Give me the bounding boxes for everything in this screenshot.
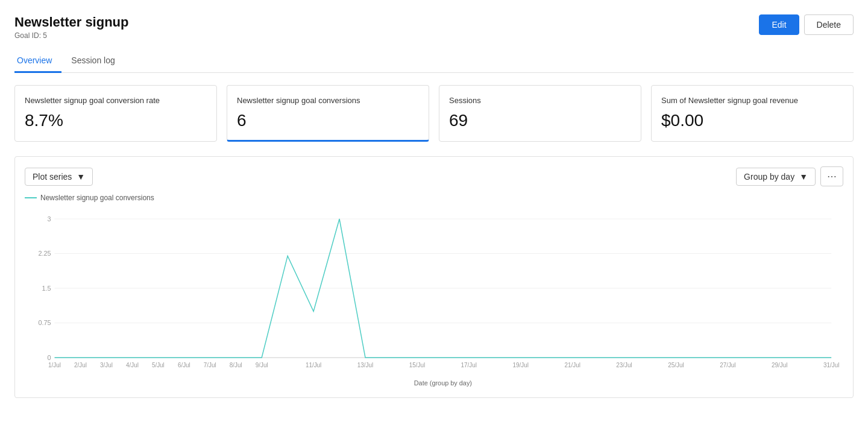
chart-controls: Plot series ▼ Group by day ▼ ⋯ [25,166,843,186]
group-by-chevron-icon: ▼ [799,172,808,182]
header-actions: Edit Delete [759,14,854,35]
plot-series-chevron-icon: ▼ [77,172,85,182]
svg-text:17/Jul: 17/Jul [461,362,477,368]
svg-text:3: 3 [48,215,51,223]
svg-text:6/Jul: 6/Jul [178,362,190,368]
tab-session-log[interactable]: Session log [69,49,124,73]
metric-conversions-value: 6 [237,111,419,130]
tab-nav: Overview Session log [14,49,854,73]
svg-text:3/Jul: 3/Jul [100,362,113,368]
edit-button[interactable]: Edit [759,14,799,35]
metric-revenue: Sum of Newsletter signup goal revenue $0… [651,85,854,142]
svg-text:23/Jul: 23/Jul [616,362,632,368]
legend-label: Newsletter signup goal conversions [40,194,154,202]
metric-sessions-value: 69 [449,111,631,130]
svg-text:27/Jul: 27/Jul [720,362,735,368]
chart-right-controls: Group by day ▼ ⋯ [736,166,843,186]
svg-text:13/Jul: 13/Jul [357,362,373,368]
svg-text:5/Jul: 5/Jul [152,362,165,368]
svg-text:11/Jul: 11/Jul [306,362,321,368]
svg-text:2/Jul: 2/Jul [74,362,87,368]
svg-text:0: 0 [48,354,51,361]
svg-text:31/Jul: 31/Jul [823,362,839,368]
metric-revenue-value: $0.00 [661,111,843,130]
chart-section: Plot series ▼ Group by day ▼ ⋯ Newslette… [14,156,854,398]
svg-text:15/Jul: 15/Jul [409,362,425,368]
metric-sessions-label: Sessions [449,95,631,106]
more-options-icon: ⋯ [827,171,837,182]
plot-series-dropdown[interactable]: Plot series ▼ [25,168,93,186]
metric-conversions-label: Newsletter signup goal conversions [237,95,419,106]
svg-text:7/Jul: 7/Jul [204,362,216,368]
chart-legend: Newsletter signup goal conversions [25,194,843,202]
svg-text:29/Jul: 29/Jul [772,362,787,368]
svg-text:21/Jul: 21/Jul [564,362,580,368]
metric-conversions: Newsletter signup goal conversions 6 [227,85,429,142]
svg-text:1.5: 1.5 [42,285,51,292]
plot-series-label: Plot series [33,172,72,182]
group-by-label: Group by day [744,172,794,182]
goal-id: Goal ID: 5 [14,31,128,40]
page-title: Newsletter signup [14,14,128,30]
metric-conversion-rate-value: 8.7% [25,111,207,130]
svg-text:1/Jul: 1/Jul [48,362,61,368]
group-by-dropdown[interactable]: Group by day ▼ [736,168,816,186]
more-options-button[interactable]: ⋯ [820,166,843,186]
header-left: Newsletter signup Goal ID: 5 [14,14,128,40]
svg-text:0.75: 0.75 [38,320,51,327]
page-header: Newsletter signup Goal ID: 5 Edit Delete [14,14,854,40]
svg-text:25/Jul: 25/Jul [668,362,684,368]
tab-overview[interactable]: Overview [14,49,61,73]
delete-button[interactable]: Delete [804,14,854,35]
svg-text:Date (group by day): Date (group by day) [414,379,472,387]
metric-conversion-rate: Newsletter signup goal conversion rate 8… [14,85,217,142]
svg-text:8/Jul: 8/Jul [230,362,242,368]
legend-line-icon [25,197,37,198]
svg-text:19/Jul: 19/Jul [513,362,529,368]
svg-text:2.25: 2.25 [38,250,51,257]
metrics-row: Newsletter signup goal conversion rate 8… [14,85,854,142]
metric-sessions: Sessions 69 [439,85,641,142]
metric-conversion-rate-label: Newsletter signup goal conversion rate [25,95,207,106]
chart-svg: 00.751.52.2531/Jul2/Jul3/Jul4/Jul5/Jul6/… [25,207,843,388]
svg-text:9/Jul: 9/Jul [256,362,268,368]
metric-revenue-label: Sum of Newsletter signup goal revenue [661,95,843,106]
svg-text:4/Jul: 4/Jul [126,362,139,368]
chart-area: 00.751.52.2531/Jul2/Jul3/Jul4/Jul5/Jul6/… [25,207,843,388]
